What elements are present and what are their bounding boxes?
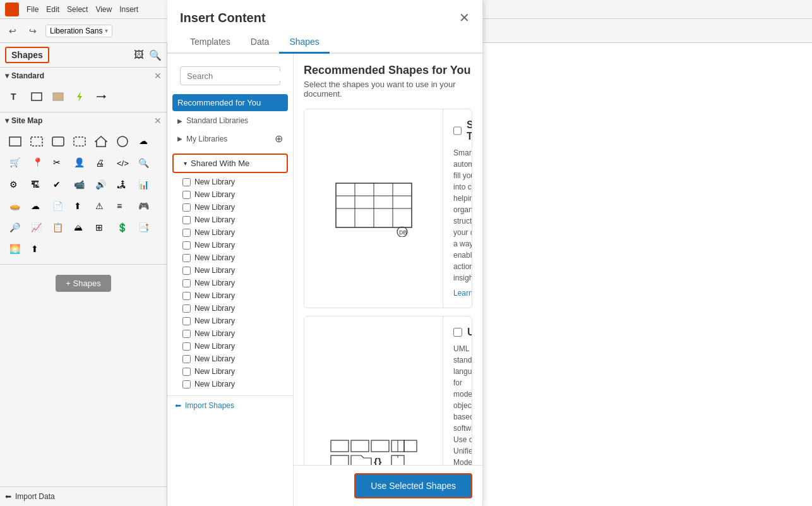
lib-checkbox-10[interactable] [182,292,191,300]
sitemap-hierarchy[interactable]: 🏗 [27,174,47,195]
sitemap-house[interactable] [91,131,111,152]
menu-edit[interactable]: Edit [46,5,59,14]
sitemap-circle[interactable] [112,131,133,152]
lib-checkbox-3[interactable] [182,203,191,212]
arrow-shape[interactable] [91,87,111,107]
sitemap-grid2[interactable]: ⊞ [91,217,111,238]
dialog-header: Insert Content ✕ [167,0,482,25]
sitemap-upload2[interactable]: ⬆ [27,239,47,259]
lib-checkbox-7[interactable] [182,254,191,262]
sitemap-rounded[interactable] [48,131,68,152]
lib-name-15: New Library [194,354,235,363]
sitemap-gear[interactable]: ⚙ [5,174,25,195]
svg-text:⊞: ⊞ [95,222,103,232]
menu-select[interactable]: Select [67,5,88,14]
sitemap-lines[interactable]: ≡ [112,196,133,216]
lib-checkbox-16[interactable] [182,368,191,376]
rect-shape[interactable] [27,87,47,107]
sitemap-cart[interactable]: 🛒 [5,153,25,173]
sitemap-check[interactable]: ✔ [48,174,68,195]
sitemap-search2[interactable]: 🔍 [134,153,154,173]
search-icon[interactable]: 🔍 [149,49,162,61]
sitemap-person[interactable]: 👤 [69,153,90,173]
sitemap-landscape[interactable]: 🌅 [5,239,25,259]
lib-checkbox-9[interactable] [182,279,191,287]
nav-recommended[interactable]: Recommended for You [172,94,288,111]
sitemap-graph[interactable]: 📈 [27,217,47,238]
dialog-body: 🔍 Recommended for You ▶ Standard Librari… [167,54,482,506]
add-library-icon[interactable]: ⊕ [275,133,283,145]
lib-name-17: New Library [194,380,235,389]
tab-shapes[interactable]: Shapes [279,32,329,54]
lightning-shape[interactable] [69,87,90,107]
undo-button[interactable]: ↩ [5,23,20,39]
svg-text:{}: {} [374,457,381,465]
lib-checkbox-2[interactable] [182,191,191,199]
sitemap-upload[interactable]: ⬆ [69,196,90,216]
lib-checkbox-5[interactable] [182,229,191,237]
sitemap-dashed-rect[interactable] [27,131,47,152]
sitemap-speaker[interactable]: 🔊 [91,174,111,195]
sitemap-video[interactable]: 📹 [69,174,90,195]
sitemap-table2[interactable]: 📊 [134,174,154,195]
smart-table-checkbox[interactable] [453,126,462,135]
search-input[interactable] [187,71,293,81]
sitemap-warning[interactable]: ⚠ [91,196,111,216]
use-selected-shapes-button[interactable]: Use Selected Shapes [354,473,472,498]
sitemap-rect[interactable] [5,131,25,152]
sitemap-section-header[interactable]: ▾ Site Map ✕ [0,112,167,129]
lib-checkbox-17[interactable] [182,380,191,389]
sitemap-list2[interactable]: 📑 [134,217,154,238]
uml-checkbox[interactable] [453,328,462,337]
lib-checkbox-4[interactable] [182,216,191,224]
import-data-bar[interactable]: ⬅ Import Data [0,486,167,506]
sitemap-list[interactable]: 📋 [48,217,68,238]
lib-checkbox-1[interactable] [182,178,191,186]
svg-text:🥧: 🥧 [9,201,21,212]
nav-standard-libraries[interactable]: ▶ Standard Libraries [167,112,293,129]
sitemap-pin[interactable]: 📍 [27,153,47,173]
menu-file[interactable]: File [27,5,39,14]
lib-checkbox-8[interactable] [182,267,191,275]
lib-checkbox-6[interactable] [182,241,191,250]
sitemap-mountain[interactable]: ⛰ [69,217,90,238]
menu-insert[interactable]: Insert [119,5,138,14]
redo-button[interactable]: ↪ [25,23,40,39]
my-libs-arrow-icon: ▶ [177,135,182,142]
font-selector[interactable]: Liberation Sans ▾ [45,25,112,37]
standard-section-header[interactable]: ▾ Standard ✕ [0,68,167,84]
lib-checkbox-11[interactable] [182,304,191,313]
sitemap-image[interactable]: 🏞 [112,174,133,195]
rounded-rect-shape[interactable] [48,87,68,107]
sitemap-cloud[interactable]: ☁ [134,131,154,152]
import-shapes-button[interactable]: ⬅ Import Shapes [167,395,293,415]
sitemap-section-close[interactable]: ✕ [154,116,162,126]
lib-checkbox-12[interactable] [182,317,191,325]
sitemap-gamepad[interactable]: 🎮 [134,196,154,216]
image-icon[interactable]: 🖼 [134,49,144,61]
sitemap-code[interactable]: </> [112,153,133,173]
standard-section-close[interactable]: ✕ [154,71,162,81]
lib-checkbox-15[interactable] [182,355,191,363]
sitemap-pie[interactable]: 🥧 [5,196,25,216]
sitemap-zoom[interactable]: 🔎 [5,217,25,238]
svg-rect-53 [371,440,389,452]
sitemap-printer[interactable]: 🖨 [91,153,111,173]
sitemap-dollar[interactable]: 💲 [112,217,133,238]
nav-my-libraries[interactable]: ▶ My Libraries ⊕ [167,129,293,148]
shared-with-me-header[interactable]: ▾ Shared With Me [172,154,288,173]
tab-templates[interactable]: Templates [180,32,241,54]
dialog-close-button[interactable]: ✕ [459,10,470,25]
sitemap-dashed2[interactable] [69,131,90,152]
lib-checkbox-14[interactable] [182,342,191,351]
sitemap-doc[interactable]: 📄 [48,196,68,216]
lib-checkbox-13[interactable] [182,330,191,338]
menu-view[interactable]: View [95,5,112,14]
add-shapes-button[interactable]: + Shapes [56,275,110,292]
tab-data[interactable]: Data [241,32,280,54]
text-shape[interactable]: T [5,87,25,107]
smart-table-learn-more[interactable]: Learn More [453,289,472,298]
sitemap-cloud2[interactable]: ☁ [27,196,47,216]
svg-text:📍: 📍 [32,157,43,168]
sitemap-cross[interactable]: ✂ [48,153,68,173]
